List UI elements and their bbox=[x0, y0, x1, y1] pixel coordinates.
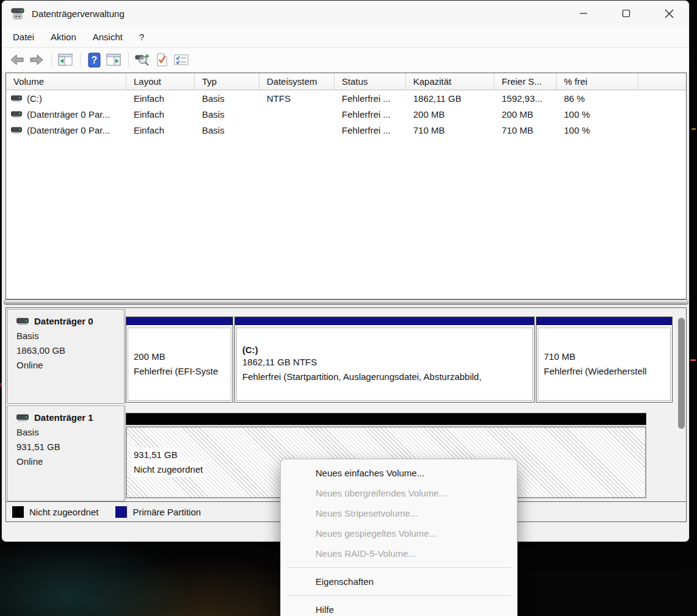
partition-status: Fehlerfrei (Wiederherstell bbox=[544, 364, 670, 379]
console-tree-icon bbox=[57, 53, 73, 66]
volume-cell: (C:) bbox=[6, 90, 126, 106]
volume-cell: (Datenträger 0 Par... bbox=[6, 106, 126, 122]
volume-icon bbox=[11, 95, 22, 102]
freier-speicher-cell: 200 MB bbox=[494, 106, 557, 122]
menu-separator bbox=[287, 595, 511, 596]
column-header-freier-speicher[interactable]: Freier S... bbox=[494, 73, 557, 90]
dateisystem-cell bbox=[259, 122, 334, 138]
freier-speicher-cell: 1592,93... bbox=[494, 90, 557, 106]
disk-drive-icon bbox=[10, 6, 25, 21]
table-row[interactable]: (Datenträger 0 Par... Einfach Basis Fehl… bbox=[6, 122, 686, 138]
menu-item-neues-uebergreifendes-volume: Neues übergreifendes Volume... bbox=[281, 483, 517, 503]
disk1-info-box[interactable]: Datenträger 1 Basis 931,51 GB Online bbox=[7, 406, 125, 501]
partition-status: Fehlerfrei (Startpartition, Auslagerungs… bbox=[242, 370, 532, 384]
volume-name: (C:) bbox=[27, 93, 42, 104]
prozent-frei-cell: 100 % bbox=[557, 106, 638, 122]
back-button[interactable] bbox=[8, 51, 26, 68]
disk-row-0: Datenträger 0 Basis 1863,00 GB Online 20… bbox=[7, 309, 685, 404]
rescan-disks-button[interactable] bbox=[133, 51, 151, 68]
partition-status: Nicht zugeordnet bbox=[132, 462, 204, 477]
menu-item-neues-raid5-volume: Neues RAID-5-Volume... bbox=[281, 543, 517, 564]
check-document-button[interactable] bbox=[153, 51, 171, 68]
minimize-icon bbox=[579, 9, 588, 18]
disk-name: Datenträger 1 bbox=[34, 412, 93, 423]
maximize-button[interactable] bbox=[612, 1, 640, 26]
menu-item-eigenschaften[interactable]: Eigenschaften bbox=[281, 571, 517, 592]
help-button[interactable]: ? bbox=[85, 51, 103, 68]
close-button[interactable] bbox=[655, 1, 683, 26]
typ-cell: Basis bbox=[195, 106, 259, 122]
kapazitaet-cell: 710 MB bbox=[406, 122, 494, 138]
partition-label: (C:) bbox=[242, 345, 532, 355]
column-header-typ[interactable]: Typ bbox=[195, 73, 259, 90]
back-arrow-icon bbox=[9, 53, 25, 66]
layout-cell: Einfach bbox=[126, 122, 195, 138]
check-document-icon bbox=[154, 52, 169, 67]
toolbar-separator bbox=[51, 52, 52, 67]
partition-size: 931,51 GB bbox=[132, 448, 179, 462]
legend-label-unallocated: Nicht zugeordnet bbox=[29, 507, 98, 517]
partition-c[interactable]: (C:) 1862,11 GB NTFS Fehlerfrei (Startpa… bbox=[234, 317, 535, 403]
layout-cell: Einfach bbox=[126, 90, 195, 106]
column-header-dateisystem[interactable]: Dateisystem bbox=[259, 73, 334, 90]
disk-type: Basis bbox=[16, 329, 124, 343]
dateisystem-cell: NTFS bbox=[259, 90, 334, 106]
disk-status: Online bbox=[16, 358, 124, 373]
disk-icon bbox=[16, 414, 29, 421]
table-row[interactable]: (C:) Einfach Basis NTFS Fehlerfrei ... 1… bbox=[6, 90, 686, 106]
context-menu: Neues einfaches Volume... Neues übergrei… bbox=[280, 459, 518, 616]
column-header-layout[interactable]: Layout bbox=[126, 73, 195, 90]
disk-name: Datenträger 0 bbox=[34, 316, 93, 326]
typ-cell: Basis bbox=[195, 90, 259, 106]
partition-efi[interactable]: 200 MB Fehlerfrei (EFI-Syste bbox=[126, 317, 233, 403]
svg-text:?: ? bbox=[91, 55, 97, 65]
column-header-kapazitaet[interactable]: Kapazität bbox=[406, 73, 494, 90]
partition-size: 1862,11 GB NTFS bbox=[242, 355, 532, 370]
forward-button[interactable] bbox=[27, 51, 46, 68]
partition-header bbox=[536, 317, 672, 326]
partition-body: 710 MB Fehlerfrei (Wiederherstell bbox=[538, 328, 671, 401]
show-action-pane-button[interactable] bbox=[104, 51, 123, 68]
menu-hilfe[interactable]: ? bbox=[138, 29, 145, 45]
minimize-button[interactable] bbox=[569, 1, 598, 26]
menu-separator bbox=[287, 567, 511, 568]
maximize-icon bbox=[622, 9, 630, 18]
desktop-artifact bbox=[0, 383, 2, 387]
menu-item-neues-gespiegeltes-volume: Neues gespiegeltes Volume... bbox=[281, 523, 517, 543]
table-row[interactable]: (Datenträger 0 Par... Einfach Basis Fehl… bbox=[6, 106, 686, 122]
partition-size: 200 MB bbox=[134, 349, 231, 364]
show-console-tree-button[interactable] bbox=[56, 51, 74, 68]
kapazitaet-cell: 1862,11 GB bbox=[406, 90, 494, 106]
menu-item-neues-stripesetvolume: Neues Stripesetvolume... bbox=[281, 503, 517, 523]
partition-recovery[interactable]: 710 MB Fehlerfrei (Wiederherstell bbox=[536, 317, 673, 403]
rescan-disks-icon bbox=[134, 52, 150, 67]
menu-datei[interactable]: Datei bbox=[12, 29, 35, 45]
column-header-status[interactable]: Status bbox=[334, 73, 406, 90]
scrollbar-thumb[interactable] bbox=[678, 318, 685, 429]
column-header-prozent-frei[interactable]: % frei bbox=[557, 73, 638, 90]
disk0-info-box[interactable]: Datenträger 0 Basis 1863,00 GB Online bbox=[7, 309, 125, 404]
menu-ansicht[interactable]: Ansicht bbox=[92, 29, 124, 45]
column-header-filler bbox=[638, 73, 686, 90]
checklist-icon bbox=[173, 53, 189, 66]
status-cell: Fehlerfrei ... bbox=[334, 90, 406, 106]
status-cell: Fehlerfrei ... bbox=[334, 106, 406, 122]
menu-item-hilfe[interactable]: Hilfe bbox=[281, 600, 517, 616]
disk-icon bbox=[16, 318, 29, 325]
action-pane-icon bbox=[106, 53, 121, 66]
window-title: Datenträgerverwaltung bbox=[32, 9, 125, 19]
partition-body: 200 MB Fehlerfrei (EFI-Syste bbox=[128, 328, 231, 401]
menu-item-neues-einfaches-volume[interactable]: Neues einfaches Volume... bbox=[281, 463, 517, 483]
desktop-artifact bbox=[692, 128, 696, 130]
partition-header bbox=[126, 413, 646, 425]
menu-aktion[interactable]: Aktion bbox=[49, 29, 78, 45]
pane-splitter[interactable] bbox=[4, 299, 688, 305]
forward-arrow-icon bbox=[29, 53, 45, 66]
checklist-button[interactable] bbox=[172, 51, 190, 68]
desktop-artifact bbox=[690, 359, 696, 361]
partition-header bbox=[235, 317, 534, 326]
prozent-frei-cell: 86 % bbox=[557, 90, 638, 106]
vertical-scrollbar[interactable] bbox=[678, 312, 685, 498]
help-icon: ? bbox=[88, 52, 101, 68]
column-header-volume[interactable]: Volume bbox=[6, 73, 126, 90]
